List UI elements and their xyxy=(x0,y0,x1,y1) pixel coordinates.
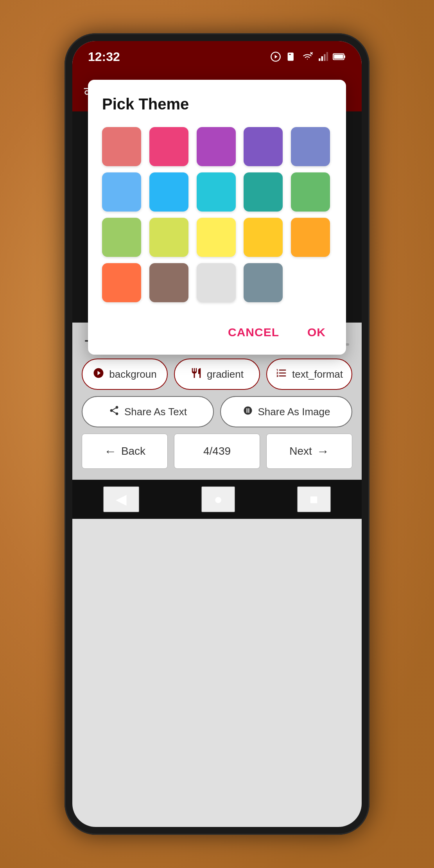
svg-rect-6 xyxy=(319,58,320,61)
screen: 12:32 xyxy=(72,41,362,827)
share-as-image-button[interactable]: Share As Image xyxy=(220,396,352,427)
signal-icon xyxy=(318,51,328,62)
gradient-button[interactable]: gradient xyxy=(174,359,260,390)
color-swatch-salmon[interactable] xyxy=(102,127,141,166)
play-icon xyxy=(270,51,281,62)
share-buttons-row: Share As Text Share As Image xyxy=(82,396,352,427)
page-count-display: 4/439 xyxy=(174,434,260,469)
status-time: 12:32 xyxy=(88,50,120,64)
share-as-image-label: Share As Image xyxy=(258,406,330,418)
ok-button[interactable]: OK xyxy=(301,322,332,343)
bottom-nav: ◀ ● ■ xyxy=(72,480,362,519)
share-as-text-button[interactable]: Share As Text xyxy=(82,396,214,427)
color-swatch-deep-orange[interactable] xyxy=(102,263,141,302)
nav-row: ← Back 4/439 Next → xyxy=(82,434,352,469)
color-swatch-orange[interactable] xyxy=(291,218,330,257)
text-format-button[interactable]: text_format xyxy=(266,359,352,390)
color-swatch-green[interactable] xyxy=(291,172,330,212)
svg-rect-3 xyxy=(289,54,291,55)
status-icons xyxy=(270,51,346,62)
gradient-icon xyxy=(190,367,202,382)
color-swatch-indigo[interactable] xyxy=(291,127,330,166)
share-image-icon xyxy=(242,405,253,419)
color-swatch-deep-purple[interactable] xyxy=(244,127,283,166)
battery-icon xyxy=(333,51,346,62)
svg-rect-12 xyxy=(334,55,343,59)
page-count-text: 4/439 xyxy=(203,445,231,457)
svg-rect-7 xyxy=(321,56,323,61)
cancel-button[interactable]: CANCEL xyxy=(222,322,285,343)
wifi-x-icon xyxy=(301,51,313,62)
status-bar: 12:32 xyxy=(72,41,362,72)
system-recents-button[interactable]: ■ xyxy=(297,486,331,512)
color-grid xyxy=(102,127,332,302)
action-buttons-row: backgroun gradient text_format xyxy=(82,359,352,390)
color-swatch-empty xyxy=(291,263,330,302)
color-swatch-lime[interactable] xyxy=(149,218,188,257)
sd-icon xyxy=(286,51,297,62)
modal-actions: CANCEL OK xyxy=(102,318,332,343)
color-swatch-brown[interactable] xyxy=(149,263,188,302)
next-arrow-icon: → xyxy=(317,444,329,459)
gradient-label: gradient xyxy=(207,368,244,380)
text-format-label: text_format xyxy=(292,368,343,380)
modal-overlay: Pick Theme xyxy=(72,111,362,323)
color-swatch-pink[interactable] xyxy=(149,127,188,166)
background-button[interactable]: backgroun xyxy=(82,359,168,390)
background-icon xyxy=(93,367,104,382)
color-swatch-blue-grey[interactable] xyxy=(244,263,283,302)
color-swatch-cyan[interactable] xyxy=(197,172,236,212)
color-swatch-purple[interactable] xyxy=(197,127,236,166)
color-swatch-blue[interactable] xyxy=(149,172,188,212)
share-as-text-label: Share As Text xyxy=(124,406,187,418)
color-swatch-light-green[interactable] xyxy=(102,218,141,257)
back-button[interactable]: ← Back xyxy=(82,434,168,469)
color-swatch-amber[interactable] xyxy=(244,218,283,257)
system-home-button[interactable]: ● xyxy=(201,486,235,512)
system-back-button[interactable]: ◀ xyxy=(103,486,139,512)
text-format-icon xyxy=(276,367,287,382)
back-label: Back xyxy=(121,445,145,457)
content-area: जिन खोजा तिन पाइया, गहरे पानी पैठ, मैं ब… xyxy=(72,111,362,323)
color-swatch-light-blue[interactable] xyxy=(102,172,141,212)
svg-rect-9 xyxy=(326,52,328,61)
modal-title: Pick Theme xyxy=(102,95,332,113)
back-arrow-icon: ← xyxy=(104,444,117,459)
svg-rect-8 xyxy=(324,54,325,61)
share-text-icon xyxy=(109,405,120,419)
color-swatch-yellow[interactable] xyxy=(197,218,236,257)
next-button[interactable]: Next → xyxy=(266,434,352,469)
svg-rect-11 xyxy=(344,56,345,58)
color-swatch-grey[interactable] xyxy=(197,263,236,302)
pick-theme-modal: Pick Theme xyxy=(88,80,346,355)
color-swatch-teal[interactable] xyxy=(244,172,283,212)
next-label: Next xyxy=(289,445,312,457)
phone-frame: 12:32 xyxy=(65,33,369,835)
svg-marker-1 xyxy=(275,55,278,58)
background-label: backgroun xyxy=(109,368,156,380)
svg-rect-2 xyxy=(288,53,294,61)
